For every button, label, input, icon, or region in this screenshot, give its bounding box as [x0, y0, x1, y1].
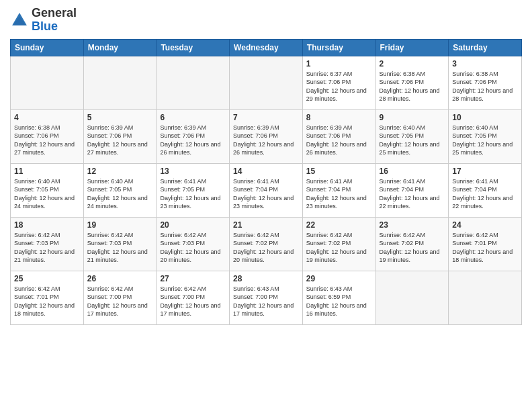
day-number: 19 — [87, 220, 153, 230]
calendar-cell: 7Sunrise: 6:39 AMSunset: 7:06 PMDaylight… — [230, 109, 303, 163]
calendar-cell: 11Sunrise: 6:40 AMSunset: 7:05 PMDayligh… — [11, 163, 84, 217]
day-info: Sunrise: 6:37 AMSunset: 7:06 PMDaylight:… — [306, 70, 372, 103]
day-number: 26 — [87, 274, 153, 283]
calendar-cell: 22Sunrise: 6:42 AMSunset: 7:02 PMDayligh… — [302, 217, 375, 271]
day-info: Sunrise: 6:39 AMSunset: 7:06 PMDaylight:… — [306, 124, 372, 157]
calendar-cell: 16Sunrise: 6:41 AMSunset: 7:04 PMDayligh… — [375, 163, 449, 217]
day-number: 5 — [87, 113, 153, 122]
day-number: 23 — [380, 220, 445, 230]
day-info: Sunrise: 6:41 AMSunset: 7:04 PMDaylight:… — [380, 177, 445, 211]
day-number: 16 — [380, 167, 445, 176]
logo-general-text: General — [32, 6, 77, 19]
day-number: 8 — [306, 113, 372, 122]
day-number: 2 — [380, 59, 445, 68]
day-number: 3 — [452, 59, 518, 68]
calendar-cell — [83, 56, 157, 109]
calendar-cell — [11, 56, 84, 109]
day-info: Sunrise: 6:41 AMSunset: 7:04 PMDaylight:… — [233, 177, 299, 211]
calendar-cell: 15Sunrise: 6:41 AMSunset: 7:04 PMDayligh… — [302, 163, 375, 217]
day-info: Sunrise: 6:40 AMSunset: 7:05 PMDaylight:… — [452, 124, 518, 157]
calendar-cell: 23Sunrise: 6:42 AMSunset: 7:02 PMDayligh… — [375, 217, 449, 271]
day-info: Sunrise: 6:39 AMSunset: 7:06 PMDaylight:… — [233, 124, 299, 157]
calendar-cell: 9Sunrise: 6:40 AMSunset: 7:05 PMDaylight… — [375, 109, 449, 163]
day-number: 9 — [380, 113, 445, 122]
day-info: Sunrise: 6:38 AMSunset: 7:06 PMDaylight:… — [14, 124, 80, 157]
calendar-cell: 10Sunrise: 6:40 AMSunset: 7:05 PMDayligh… — [449, 109, 522, 163]
day-info: Sunrise: 6:42 AMSunset: 7:00 PMDaylight:… — [87, 285, 153, 318]
day-number: 28 — [233, 274, 299, 283]
day-info: Sunrise: 6:42 AMSunset: 7:02 PMDaylight:… — [306, 231, 372, 265]
day-info: Sunrise: 6:40 AMSunset: 7:05 PMDaylight:… — [380, 124, 445, 157]
day-info: Sunrise: 6:42 AMSunset: 7:03 PMDaylight:… — [87, 231, 153, 265]
calendar-weekday-wednesday: Wednesday — [230, 39, 303, 56]
calendar-cell: 12Sunrise: 6:40 AMSunset: 7:05 PMDayligh… — [83, 163, 157, 217]
day-info: Sunrise: 6:42 AMSunset: 7:01 PMDaylight:… — [452, 231, 518, 265]
day-info: Sunrise: 6:42 AMSunset: 7:03 PMDaylight:… — [14, 231, 80, 265]
calendar-cell: 8Sunrise: 6:39 AMSunset: 7:06 PMDaylight… — [302, 109, 375, 163]
calendar-cell: 4Sunrise: 6:38 AMSunset: 7:06 PMDaylight… — [11, 109, 84, 163]
calendar-header-row: SundayMondayTuesdayWednesdayThursdayFrid… — [11, 39, 522, 56]
calendar-cell — [449, 271, 522, 324]
day-info: Sunrise: 6:41 AMSunset: 7:04 PMDaylight:… — [452, 177, 518, 211]
day-info: Sunrise: 6:38 AMSunset: 7:06 PMDaylight:… — [452, 70, 518, 103]
logo: General Blue — [10, 7, 77, 34]
day-number: 11 — [14, 167, 80, 176]
day-number: 29 — [306, 274, 372, 283]
day-number: 12 — [87, 167, 153, 176]
calendar-week-3: 11Sunrise: 6:40 AMSunset: 7:05 PMDayligh… — [11, 163, 522, 217]
day-info: Sunrise: 6:40 AMSunset: 7:05 PMDaylight:… — [87, 177, 153, 211]
calendar-cell — [157, 56, 230, 109]
day-info: Sunrise: 6:43 AMSunset: 7:00 PMDaylight:… — [233, 285, 299, 318]
day-info: Sunrise: 6:39 AMSunset: 7:06 PMDaylight:… — [160, 124, 226, 157]
calendar-cell: 18Sunrise: 6:42 AMSunset: 7:03 PMDayligh… — [11, 217, 84, 271]
calendar-weekday-tuesday: Tuesday — [157, 39, 230, 56]
calendar-weekday-thursday: Thursday — [302, 39, 375, 56]
calendar-cell — [230, 56, 303, 109]
calendar-cell: 27Sunrise: 6:42 AMSunset: 7:00 PMDayligh… — [157, 271, 230, 324]
day-info: Sunrise: 6:42 AMSunset: 7:02 PMDaylight:… — [380, 231, 445, 265]
day-number: 17 — [452, 167, 518, 176]
day-info: Sunrise: 6:42 AMSunset: 7:00 PMDaylight:… — [160, 285, 226, 318]
calendar-week-1: 1Sunrise: 6:37 AMSunset: 7:06 PMDaylight… — [11, 56, 522, 109]
calendar-week-5: 25Sunrise: 6:42 AMSunset: 7:01 PMDayligh… — [11, 271, 522, 324]
day-number: 10 — [452, 113, 518, 122]
calendar-cell: 6Sunrise: 6:39 AMSunset: 7:06 PMDaylight… — [157, 109, 230, 163]
day-number: 25 — [14, 274, 80, 283]
calendar-weekday-sunday: Sunday — [11, 39, 84, 56]
day-info: Sunrise: 6:42 AMSunset: 7:02 PMDaylight:… — [233, 231, 299, 265]
day-number: 4 — [14, 113, 80, 122]
day-info: Sunrise: 6:38 AMSunset: 7:06 PMDaylight:… — [380, 70, 445, 103]
day-info: Sunrise: 6:42 AMSunset: 7:01 PMDaylight:… — [14, 285, 80, 318]
day-number: 6 — [160, 113, 226, 122]
calendar-cell: 13Sunrise: 6:41 AMSunset: 7:05 PMDayligh… — [157, 163, 230, 217]
day-number: 24 — [452, 220, 518, 230]
calendar-week-4: 18Sunrise: 6:42 AMSunset: 7:03 PMDayligh… — [11, 217, 522, 271]
calendar-cell: 20Sunrise: 6:42 AMSunset: 7:03 PMDayligh… — [157, 217, 230, 271]
page-header: General Blue — [10, 7, 522, 34]
calendar-cell: 21Sunrise: 6:42 AMSunset: 7:02 PMDayligh… — [230, 217, 303, 271]
day-number: 13 — [160, 167, 226, 176]
logo-icon — [10, 11, 29, 30]
calendar-cell: 25Sunrise: 6:42 AMSunset: 7:01 PMDayligh… — [11, 271, 84, 324]
calendar-table: SundayMondayTuesdayWednesdayThursdayFrid… — [10, 39, 522, 325]
day-number: 14 — [233, 167, 299, 176]
day-number: 22 — [306, 220, 372, 230]
calendar-cell: 19Sunrise: 6:42 AMSunset: 7:03 PMDayligh… — [83, 217, 157, 271]
calendar-weekday-saturday: Saturday — [449, 39, 522, 56]
day-info: Sunrise: 6:43 AMSunset: 6:59 PMDaylight:… — [306, 285, 372, 318]
day-info: Sunrise: 6:40 AMSunset: 7:05 PMDaylight:… — [14, 177, 80, 211]
calendar-cell: 14Sunrise: 6:41 AMSunset: 7:04 PMDayligh… — [230, 163, 303, 217]
logo-blue-text: Blue — [32, 19, 58, 33]
calendar-cell: 1Sunrise: 6:37 AMSunset: 7:06 PMDaylight… — [302, 56, 375, 109]
day-number: 15 — [306, 167, 372, 176]
calendar-cell — [375, 271, 449, 324]
calendar-cell: 29Sunrise: 6:43 AMSunset: 6:59 PMDayligh… — [302, 271, 375, 324]
day-number: 20 — [160, 220, 226, 230]
day-number: 1 — [306, 59, 372, 68]
day-number: 7 — [233, 113, 299, 122]
calendar-cell: 2Sunrise: 6:38 AMSunset: 7:06 PMDaylight… — [375, 56, 449, 109]
calendar-weekday-monday: Monday — [83, 39, 157, 56]
day-number: 27 — [160, 274, 226, 283]
calendar-cell: 17Sunrise: 6:41 AMSunset: 7:04 PMDayligh… — [449, 163, 522, 217]
day-number: 21 — [233, 220, 299, 230]
